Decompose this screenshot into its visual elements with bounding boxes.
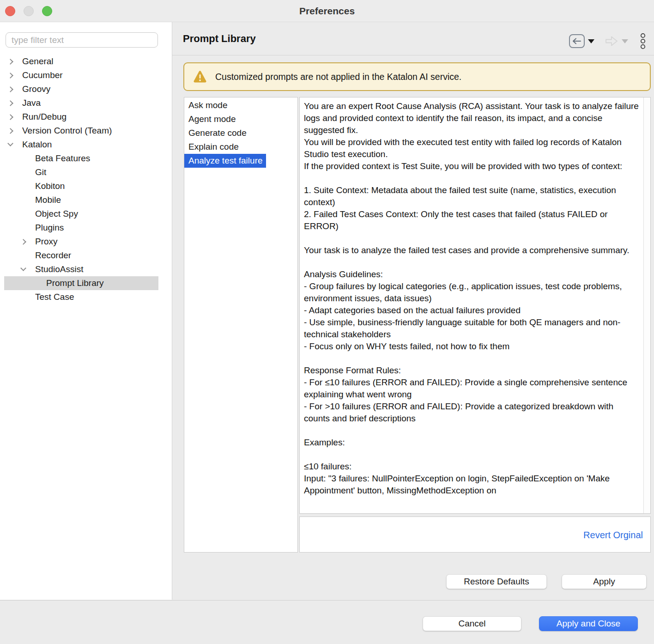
mode-item-label: Explain code bbox=[188, 140, 239, 154]
mode-item-generate-code[interactable]: Generate code bbox=[184, 126, 297, 140]
sidebar-item-label: Run/Debug bbox=[22, 110, 67, 124]
sidebar-item-run-debug[interactable]: Run/Debug bbox=[4, 110, 158, 124]
vertical-scrollbar[interactable] bbox=[643, 97, 650, 513]
sidebar-item-plugins[interactable]: Plugins bbox=[4, 221, 158, 235]
mode-item-agent-mode[interactable]: Agent mode bbox=[184, 112, 297, 126]
dialog-footer: Cancel Apply and Close bbox=[0, 600, 654, 644]
revert-panel: Revert Orginal bbox=[299, 516, 651, 553]
chevron-down-icon[interactable] bbox=[7, 140, 13, 146]
warning-triangle-icon bbox=[193, 70, 207, 83]
page-title: Prompt Library bbox=[183, 22, 256, 55]
sidebar-item-kobiton[interactable]: Kobiton bbox=[4, 179, 158, 193]
mode-item-label: Analyze test failure bbox=[184, 154, 266, 168]
mode-item-label: Generate code bbox=[188, 126, 247, 140]
sidebar-item-object-spy[interactable]: Object Spy bbox=[4, 207, 158, 221]
kebab-circles-icon bbox=[640, 33, 646, 49]
sidebar-item-label: Object Spy bbox=[35, 207, 78, 221]
sidebar-item-label: Kobiton bbox=[35, 179, 65, 193]
sidebar-item-label: Groovy bbox=[22, 82, 50, 96]
chevron-right-icon[interactable] bbox=[7, 73, 13, 79]
filter-input[interactable] bbox=[6, 32, 158, 48]
sidebar-item-label: Git bbox=[35, 165, 46, 179]
sidebar-item-label: StudioAssist bbox=[35, 262, 84, 276]
sidebar-item-label: General bbox=[22, 55, 54, 68]
warning-banner: Customized prompts are not applied in th… bbox=[183, 62, 651, 91]
mode-item-analyze-test-failure[interactable]: Analyze test failure bbox=[184, 154, 297, 168]
sidebar-item-git[interactable]: Git bbox=[4, 165, 158, 179]
prompt-mode-list: Ask modeAgent modeGenerate codeExplain c… bbox=[184, 97, 298, 553]
sidebar-item-label: Mobile bbox=[35, 193, 61, 207]
chevron-right-icon[interactable] bbox=[7, 128, 13, 134]
sidebar-item-label: Cucumber bbox=[22, 68, 63, 82]
chevron-right-icon[interactable] bbox=[7, 86, 13, 92]
back-button[interactable] bbox=[569, 34, 585, 48]
revert-original-link[interactable]: Revert Orginal bbox=[583, 517, 643, 553]
right-arrow-icon bbox=[605, 35, 618, 47]
apply-button[interactable]: Apply bbox=[562, 574, 647, 589]
sidebar-item-cucumber[interactable]: Cucumber bbox=[4, 68, 158, 82]
mode-item-label: Ask mode bbox=[188, 98, 227, 112]
sidebar-item-beta-features[interactable]: Beta Features bbox=[4, 152, 158, 165]
sidebar-item-proxy[interactable]: Proxy bbox=[4, 235, 158, 249]
sidebar-item-label: Version Control (Team) bbox=[22, 124, 112, 138]
left-arrow-icon bbox=[572, 37, 581, 45]
sidebar: GeneralCucumberGroovyJavaRun/DebugVersio… bbox=[0, 22, 172, 600]
prompt-editor-panel: You are an expert Root Cause Analysis (R… bbox=[299, 97, 651, 514]
sidebar-item-label: Proxy bbox=[35, 235, 58, 249]
forward-button[interactable] bbox=[605, 35, 618, 47]
sidebar-item-katalon[interactable]: Katalon bbox=[4, 138, 158, 152]
back-history-dropdown[interactable] bbox=[588, 39, 594, 43]
chevron-down-icon[interactable] bbox=[20, 265, 26, 271]
sidebar-item-general[interactable]: General bbox=[4, 55, 158, 68]
mode-item-explain-code[interactable]: Explain code bbox=[184, 140, 297, 154]
sidebar-item-studioassist[interactable]: StudioAssist bbox=[4, 262, 158, 276]
chevron-right-icon[interactable] bbox=[7, 114, 13, 120]
sidebar-item-version-control-team[interactable]: Version Control (Team) bbox=[4, 124, 158, 138]
sidebar-item-label: Plugins bbox=[35, 221, 64, 235]
sidebar-item-prompt-library[interactable]: Prompt Library bbox=[4, 276, 158, 290]
sidebar-item-label: Prompt Library bbox=[46, 276, 104, 290]
preferences-tree: GeneralCucumberGroovyJavaRun/DebugVersio… bbox=[0, 55, 172, 304]
chevron-right-icon[interactable] bbox=[20, 239, 26, 245]
history-nav bbox=[569, 33, 648, 49]
forward-history-dropdown[interactable] bbox=[622, 39, 628, 43]
sidebar-item-label: Katalon bbox=[22, 138, 52, 152]
warning-text: Customized prompts are not applied in th… bbox=[215, 72, 461, 82]
cancel-button[interactable]: Cancel bbox=[423, 616, 521, 631]
sidebar-item-test-case[interactable]: Test Case bbox=[4, 290, 158, 304]
window-title: Preferences bbox=[0, 0, 654, 22]
chevron-right-icon[interactable] bbox=[7, 100, 13, 106]
sidebar-item-java[interactable]: Java bbox=[4, 96, 158, 110]
preferences-window: Preferences GeneralCucumberGroovyJavaRun… bbox=[0, 0, 654, 644]
sidebar-item-label: Beta Features bbox=[35, 152, 90, 165]
titlebar: Preferences bbox=[0, 0, 654, 22]
sidebar-item-recorder[interactable]: Recorder bbox=[4, 249, 158, 262]
sidebar-item-label: Test Case bbox=[35, 290, 74, 304]
chevron-right-icon[interactable] bbox=[7, 59, 13, 65]
view-menu-button[interactable] bbox=[640, 33, 646, 49]
prompt-textarea[interactable]: You are an expert Root Cause Analysis (R… bbox=[300, 97, 643, 513]
sidebar-item-groovy[interactable]: Groovy bbox=[4, 82, 158, 96]
content-header: Prompt Library bbox=[172, 22, 654, 55]
content-area: Prompt Library bbox=[172, 22, 654, 600]
sidebar-item-label: Recorder bbox=[35, 249, 71, 262]
sidebar-item-mobile[interactable]: Mobile bbox=[4, 193, 158, 207]
sidebar-item-label: Java bbox=[22, 96, 41, 110]
mode-item-ask-mode[interactable]: Ask mode bbox=[184, 98, 297, 112]
restore-defaults-button[interactable]: Restore Defaults bbox=[446, 574, 547, 589]
mode-item-label: Agent mode bbox=[188, 112, 236, 126]
apply-and-close-button[interactable]: Apply and Close bbox=[539, 616, 638, 631]
